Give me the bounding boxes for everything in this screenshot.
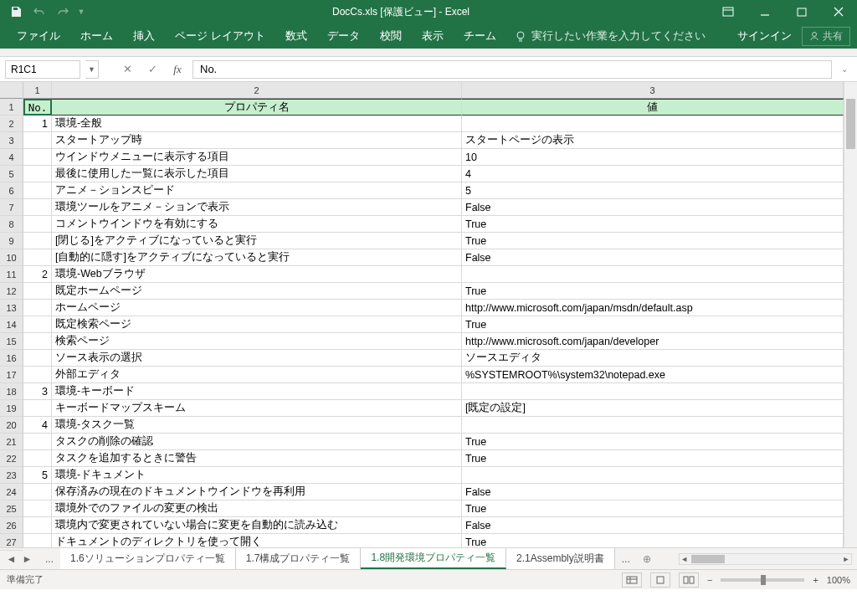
row-header[interactable]: 11 [0,266,23,283]
scroll-right-icon[interactable]: ► [841,554,851,564]
tab-formulas[interactable]: 数式 [275,23,317,49]
cell[interactable] [23,283,52,300]
cell[interactable] [462,417,844,434]
cell[interactable]: False [462,249,844,266]
cell[interactable]: No. [23,99,52,116]
sheet-tab[interactable]: 2.1Assembly説明書 [506,548,615,569]
cell[interactable]: 4 [462,166,844,182]
qat-customize-icon[interactable]: ▼ [75,2,87,22]
row-header[interactable]: 6 [0,182,23,199]
cell[interactable]: ドキュメントのディレクトリを使って開く [52,534,462,547]
row-header[interactable]: 25 [0,501,23,517]
cell[interactable] [23,216,52,233]
cell[interactable]: 環境外でのファイルの変更の検出 [52,501,462,517]
row-header[interactable]: 27 [0,534,23,551]
formula-input[interactable]: No. [192,60,832,79]
cell[interactable] [23,333,52,350]
row-header[interactable]: 4 [0,149,23,166]
tab-home[interactable]: ホーム [70,23,123,49]
vertical-scrollbar[interactable] [844,82,857,547]
cell[interactable] [23,517,52,534]
cell[interactable] [23,501,52,517]
cell[interactable] [23,434,52,450]
tab-team[interactable]: チーム [454,23,506,49]
scroll-left-icon[interactable]: ◄ [680,554,690,564]
cell[interactable]: http://www.microsoft.com/japan/msdn/defa… [462,300,844,316]
cell[interactable]: [既定の設定] [462,400,844,417]
sheet-next-icon[interactable]: ► [23,553,33,565]
tab-data[interactable]: データ [317,23,370,49]
row-header[interactable]: 7 [0,199,23,216]
cell[interactable]: 環境-キーボード [52,383,462,400]
view-pagebreak-icon[interactable] [679,572,699,588]
name-box-dropdown-icon[interactable]: ▼ [85,60,99,79]
col-header[interactable]: 3 [462,82,844,98]
cell[interactable]: True [462,216,844,233]
cell[interactable]: False [462,484,844,501]
sheet-tab[interactable]: 1.8開発環境プロパティ一覧 [361,548,506,569]
cell[interactable]: 5 [462,182,844,199]
cell[interactable]: True [462,316,844,333]
tab-pagelayout[interactable]: ページ レイアウト [165,23,275,49]
cell[interactable]: 環境-ドキュメント [52,467,462,484]
cell[interactable]: %SYSTEMROOT%\system32\notepad.exe [462,367,844,383]
undo-icon[interactable] [28,2,50,22]
row-header[interactable]: 23 [0,467,23,484]
row-header[interactable]: 15 [0,333,23,350]
cell[interactable]: [自動的に隠す]をアクティブになっていると実行 [52,249,462,266]
cell[interactable] [462,116,844,132]
cell[interactable] [23,132,52,149]
cell[interactable] [23,233,52,249]
close-icon[interactable] [820,0,857,23]
cell[interactable]: タスクを追加するときに警告 [52,450,462,467]
scroll-thumb[interactable] [846,99,855,149]
cell[interactable]: 既定検索ページ [52,316,462,333]
cell[interactable]: 1 [23,116,52,132]
tell-me[interactable]: 実行したい作業を入力してください [515,28,706,44]
zoom-out-icon[interactable]: − [707,575,712,585]
tab-file[interactable]: ファイル [7,23,70,49]
cell[interactable]: タスクの削除の確認 [52,434,462,450]
cell[interactable]: [閉じる]をアクティブになっていると実行 [52,233,462,249]
cell[interactable]: 環境内で変更されていない場合に変更を自動的に読み込む [52,517,462,534]
zoom-handle[interactable] [761,575,766,585]
zoom-level[interactable]: 100% [827,575,850,585]
cell[interactable]: 環境ツールをアニメ－ションで表示 [52,199,462,216]
cell[interactable]: 環境-全般 [52,116,462,132]
row-header[interactable]: 18 [0,383,23,400]
zoom-slider[interactable] [721,578,804,582]
cell[interactable]: False [462,517,844,534]
cell[interactable]: True [462,434,844,450]
enter-icon[interactable]: ✓ [142,60,162,79]
signin-link[interactable]: サインイン [737,28,792,44]
row-header[interactable]: 22 [0,450,23,467]
cell[interactable] [23,182,52,199]
view-normal-icon[interactable] [622,572,642,588]
scroll-thumb[interactable] [691,555,725,563]
zoom-in-icon[interactable]: + [813,575,818,585]
cell[interactable]: スタートアップ時 [52,132,462,149]
cell[interactable]: 5 [23,467,52,484]
row-header[interactable]: 13 [0,300,23,316]
cell[interactable] [23,199,52,216]
cell[interactable] [23,534,52,547]
sheet-tab[interactable]: 1.6ソリューションプロパティ一覧 [60,548,236,569]
cell[interactable]: 検索ページ [52,333,462,350]
row-header[interactable]: 8 [0,216,23,233]
col-header[interactable]: 1 [23,82,52,98]
ribbon-display-icon[interactable] [710,0,747,23]
cell[interactable]: False [462,199,844,216]
name-box[interactable]: R1C1 [5,60,80,79]
cell[interactable] [23,149,52,166]
cell[interactable]: 保存済みの現在のドキュメントウインドウを再利用 [52,484,462,501]
cell[interactable] [23,316,52,333]
cancel-icon[interactable]: ✕ [117,60,137,79]
share-button[interactable]: 共有 [802,27,850,46]
row-header[interactable]: 20 [0,417,23,434]
sheet-overflow-right[interactable]: ... [615,553,637,565]
cell[interactable] [23,484,52,501]
cell[interactable]: True [462,233,844,249]
cell[interactable]: 外部エディタ [52,367,462,383]
cell[interactable] [23,450,52,467]
cell[interactable] [23,350,52,367]
